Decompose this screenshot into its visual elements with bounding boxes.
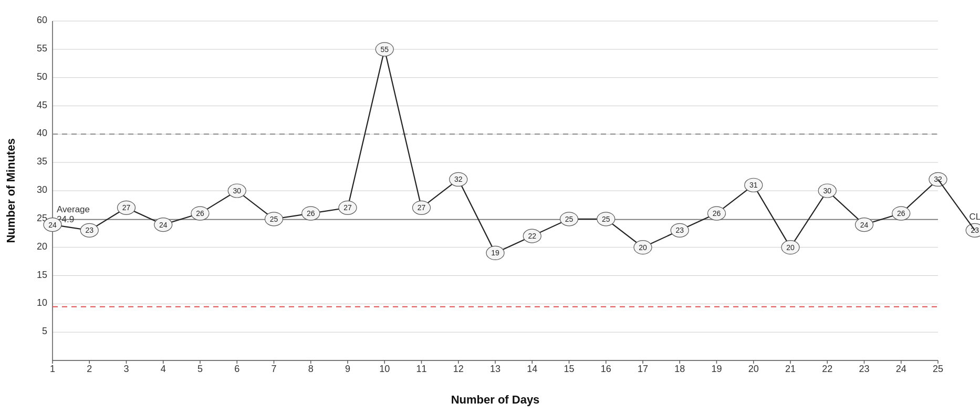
svg-text:20: 20 <box>639 243 647 252</box>
svg-text:25: 25 <box>602 215 610 223</box>
svg-text:2: 2 <box>87 364 92 374</box>
svg-text:12: 12 <box>453 364 464 374</box>
svg-text:8: 8 <box>308 364 314 374</box>
svg-text:16: 16 <box>601 364 611 374</box>
svg-text:55: 55 <box>37 43 47 54</box>
svg-text:23: 23 <box>971 226 979 234</box>
svg-text:19: 19 <box>711 364 722 374</box>
chart-container: 5101520253035404550556012345678910111213… <box>0 0 980 413</box>
svg-text:24: 24 <box>159 221 168 229</box>
svg-text:7: 7 <box>271 364 276 374</box>
svg-text:27: 27 <box>418 203 426 212</box>
svg-text:1: 1 <box>50 364 55 374</box>
svg-text:9: 9 <box>345 364 350 374</box>
chart-svg: 5101520253035404550556012345678910111213… <box>0 0 980 413</box>
svg-text:30: 30 <box>233 187 241 195</box>
svg-text:Average: Average <box>57 204 90 214</box>
svg-text:25: 25 <box>565 215 574 223</box>
svg-text:10: 10 <box>37 297 47 308</box>
svg-text:3: 3 <box>123 364 129 374</box>
svg-text:35: 35 <box>37 156 47 167</box>
svg-text:55: 55 <box>380 45 389 54</box>
svg-text:23: 23 <box>675 226 684 234</box>
svg-text:25: 25 <box>933 364 943 374</box>
svg-text:31: 31 <box>749 181 758 189</box>
svg-text:30: 30 <box>823 187 831 195</box>
svg-text:13: 13 <box>490 364 501 374</box>
svg-text:18: 18 <box>674 364 685 374</box>
svg-text:Number of Minutes: Number of Minutes <box>4 138 17 243</box>
svg-text:Number of Days: Number of Days <box>451 393 540 406</box>
svg-text:23: 23 <box>85 226 93 234</box>
svg-text:26: 26 <box>897 209 905 218</box>
svg-text:45: 45 <box>37 100 47 110</box>
svg-rect-0 <box>0 0 980 413</box>
svg-text:22: 22 <box>822 364 832 374</box>
svg-text:20: 20 <box>786 243 795 252</box>
svg-text:24: 24 <box>860 221 869 229</box>
svg-text:17: 17 <box>638 364 648 374</box>
svg-text:24: 24 <box>896 364 906 374</box>
svg-text:20: 20 <box>37 241 47 252</box>
svg-text:19: 19 <box>491 249 499 257</box>
svg-text:26: 26 <box>307 209 315 218</box>
svg-text:4: 4 <box>161 364 166 374</box>
svg-text:50: 50 <box>37 71 47 82</box>
svg-text:5: 5 <box>42 326 47 336</box>
svg-text:60: 60 <box>37 15 47 25</box>
svg-text:32: 32 <box>454 175 463 183</box>
svg-text:24: 24 <box>48 221 57 229</box>
svg-text:22: 22 <box>528 232 536 240</box>
svg-text:27: 27 <box>343 203 352 212</box>
svg-text:21: 21 <box>785 364 796 374</box>
svg-text:5: 5 <box>197 364 203 374</box>
svg-text:30: 30 <box>37 184 47 195</box>
svg-text:6: 6 <box>234 364 239 374</box>
svg-text:20: 20 <box>748 364 759 374</box>
svg-text:23: 23 <box>859 364 869 374</box>
svg-text:15: 15 <box>564 364 574 374</box>
svg-text:11: 11 <box>416 364 426 374</box>
svg-text:25: 25 <box>270 215 278 223</box>
svg-text:14: 14 <box>527 364 537 374</box>
svg-text:40: 40 <box>37 128 47 138</box>
svg-text:15: 15 <box>37 270 47 280</box>
svg-text:26: 26 <box>196 209 204 218</box>
svg-text:10: 10 <box>379 364 390 374</box>
svg-text:CL: CL <box>969 212 980 222</box>
svg-text:27: 27 <box>122 203 131 212</box>
svg-text:26: 26 <box>713 209 721 218</box>
